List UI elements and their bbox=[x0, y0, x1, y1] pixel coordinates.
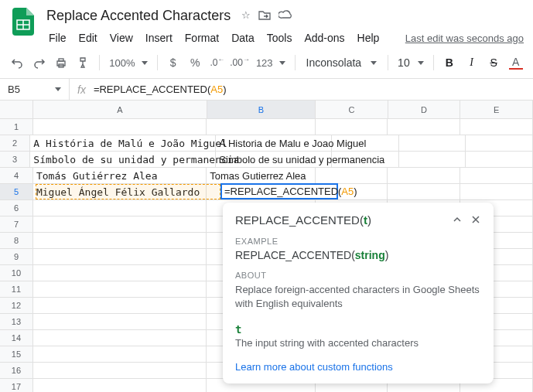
cell-E1[interactable] bbox=[460, 119, 533, 135]
row-header-1[interactable]: 1 bbox=[0, 119, 33, 135]
row-header-12[interactable]: 12 bbox=[0, 298, 33, 313]
currency-button[interactable]: $ bbox=[163, 52, 183, 73]
row-header-5[interactable]: 5 bbox=[0, 184, 33, 199]
cell-A1[interactable] bbox=[33, 119, 207, 135]
col-header-C[interactable]: C bbox=[316, 101, 388, 118]
col-header-B[interactable]: B bbox=[207, 101, 316, 118]
cell-E2[interactable] bbox=[466, 135, 533, 151]
cell-A17[interactable] bbox=[33, 379, 207, 392]
row-header-3[interactable]: 3 bbox=[0, 152, 30, 167]
menu-insert[interactable]: Insert bbox=[140, 29, 178, 47]
cell-C3[interactable] bbox=[332, 152, 399, 167]
cell-B3[interactable]: Simbolo de su unidad y permanencia bbox=[216, 152, 332, 167]
cell-A10[interactable] bbox=[33, 265, 207, 281]
row-header-6[interactable]: 6 bbox=[0, 200, 33, 216]
row-header-15[interactable]: 15 bbox=[0, 346, 33, 362]
menu-file[interactable]: File bbox=[43, 29, 72, 47]
cell-A5[interactable]: Miguel Ángel Félix Gallardo bbox=[33, 184, 207, 199]
row-header-7[interactable]: 7 bbox=[0, 216, 33, 232]
cell-A16[interactable] bbox=[33, 363, 207, 378]
name-box[interactable]: B5 bbox=[0, 79, 70, 100]
row-header-14[interactable]: 14 bbox=[0, 330, 33, 346]
sheets-logo[interactable] bbox=[8, 6, 39, 37]
cell-D2[interactable] bbox=[399, 135, 466, 151]
cell-D1[interactable] bbox=[388, 119, 460, 135]
cell-D5[interactable] bbox=[388, 184, 460, 199]
row-header-17[interactable]: 17 bbox=[0, 379, 33, 392]
cell-B1[interactable] bbox=[207, 119, 315, 135]
cell-A14[interactable] bbox=[33, 330, 207, 346]
italic-button[interactable]: I bbox=[462, 52, 481, 73]
cell-A7[interactable] bbox=[33, 216, 207, 232]
cell-E5[interactable] bbox=[460, 184, 533, 199]
menu-tools[interactable]: Tools bbox=[261, 29, 298, 47]
learn-more-link[interactable]: Learn more about custom functions bbox=[235, 361, 481, 373]
collapse-icon[interactable] bbox=[452, 214, 463, 227]
row-header-13[interactable]: 13 bbox=[0, 314, 33, 329]
cloud-icon[interactable] bbox=[278, 9, 292, 22]
row-header-4[interactable]: 4 bbox=[0, 168, 33, 183]
close-icon[interactable] bbox=[470, 214, 481, 227]
paint-format-button[interactable] bbox=[74, 52, 94, 73]
increase-decimal-button[interactable]: .00→ bbox=[230, 52, 250, 73]
bold-button[interactable]: B bbox=[440, 52, 460, 73]
row-header-10[interactable]: 10 bbox=[0, 265, 33, 281]
menu-view[interactable]: View bbox=[104, 29, 138, 47]
spreadsheet-grid[interactable]: A B C D E 12A História de Malú e João Mi… bbox=[0, 101, 533, 392]
cell-A3[interactable]: Símbolo de su unidad y permanencia bbox=[30, 152, 216, 167]
star-icon[interactable]: ☆ bbox=[241, 9, 251, 22]
fx-icon: fx bbox=[70, 84, 94, 96]
cell-A2[interactable]: A História de Malú e João Miguel bbox=[30, 135, 216, 151]
cell-A11[interactable] bbox=[33, 281, 207, 297]
formula-input[interactable]: =REPLACE_ACCENTED(A5) bbox=[94, 84, 227, 95]
document-title[interactable]: Replace Accented Characters bbox=[43, 6, 234, 26]
strike-button[interactable]: S bbox=[484, 52, 504, 73]
font-size-select[interactable]: 10 bbox=[395, 56, 427, 69]
more-formats-button[interactable]: 123 bbox=[253, 57, 289, 69]
col-header-E[interactable]: E bbox=[460, 101, 533, 118]
example-label: EXAMPLE bbox=[235, 237, 481, 246]
move-icon[interactable] bbox=[258, 9, 271, 22]
font-select[interactable]: Inconsolata bbox=[302, 56, 382, 69]
col-header-A[interactable]: A bbox=[33, 101, 207, 118]
cell-A8[interactable] bbox=[33, 233, 207, 248]
example-text: REPLACE_ACCENTED(string) bbox=[235, 249, 481, 261]
undo-button[interactable] bbox=[8, 52, 27, 73]
print-button[interactable] bbox=[52, 52, 71, 73]
row-header-16[interactable]: 16 bbox=[0, 363, 33, 378]
cell-E4[interactable] bbox=[460, 168, 533, 183]
menu-edit[interactable]: Edit bbox=[73, 29, 103, 47]
row-header-8[interactable]: 8 bbox=[0, 233, 33, 248]
zoom-select[interactable]: 100% bbox=[106, 57, 150, 69]
cell-D3[interactable] bbox=[399, 152, 466, 167]
about-text: Replace foreign-accented characters in G… bbox=[235, 283, 481, 311]
cell-A9[interactable] bbox=[33, 249, 207, 264]
menu-addons[interactable]: Add-ons bbox=[299, 29, 350, 47]
row-header-11[interactable]: 11 bbox=[0, 281, 33, 297]
decrease-decimal-button[interactable]: .0← bbox=[208, 52, 227, 73]
cell-A12[interactable] bbox=[33, 298, 207, 313]
menu-data[interactable]: Data bbox=[226, 29, 260, 47]
row-header-9[interactable]: 9 bbox=[0, 249, 33, 264]
cell-A15[interactable] bbox=[33, 346, 207, 362]
menu-format[interactable]: Format bbox=[179, 29, 224, 47]
cell-B2[interactable]: A Historia de Malu e Joao Miguel bbox=[216, 135, 332, 151]
col-header-D[interactable]: D bbox=[388, 101, 461, 118]
cell-A4[interactable]: Tomás Gutiérrez Alea bbox=[33, 168, 207, 183]
percent-button[interactable]: % bbox=[186, 52, 205, 73]
row-header-2[interactable]: 2 bbox=[0, 135, 30, 151]
cell-E3[interactable] bbox=[466, 152, 533, 167]
menu-help[interactable]: Help bbox=[352, 29, 385, 47]
cell-C1[interactable] bbox=[316, 119, 388, 135]
cell-C2[interactable] bbox=[332, 135, 399, 151]
svg-rect-4 bbox=[59, 59, 63, 61]
last-edit-link[interactable]: Last edit was seconds ago bbox=[405, 32, 525, 44]
cell-editor-B5[interactable]: =REPLACE_ACCENTED(A5) bbox=[220, 183, 338, 199]
cell-C4[interactable] bbox=[316, 168, 388, 183]
cell-A13[interactable] bbox=[33, 314, 207, 329]
cell-D4[interactable] bbox=[388, 168, 460, 183]
cell-A6[interactable] bbox=[33, 200, 207, 216]
text-color-button[interactable]: A bbox=[506, 52, 525, 73]
redo-button[interactable] bbox=[30, 52, 50, 73]
cell-B4[interactable]: Tomas Gutierrez Alea bbox=[207, 168, 315, 183]
